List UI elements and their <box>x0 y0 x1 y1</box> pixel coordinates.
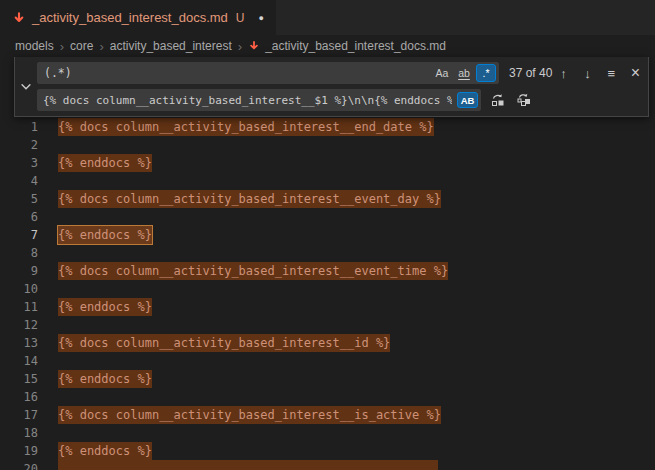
editor-tab[interactable]: _activity_based_interest_docs.md U ● <box>0 0 276 35</box>
vscode-window: _activity_based_interest_docs.md U ● mod… <box>0 0 655 470</box>
editor-line[interactable]: 20 <box>0 460 655 470</box>
replace-all-button[interactable] <box>513 89 535 111</box>
replace-input-wrap: AB <box>37 89 481 111</box>
breadcrumb: models › core › activity_based_interest … <box>0 35 655 57</box>
search-match[interactable]: {% docs column__activity_based_interest_… <box>58 118 434 136</box>
search-match[interactable]: {% enddocs %} <box>58 370 152 388</box>
breadcrumb-item-activity-based-interest[interactable]: activity_based_interest <box>110 39 232 53</box>
search-match[interactable]: {% docs column__activity_based_interest_… <box>58 190 441 208</box>
line-number: 6 <box>0 208 38 226</box>
modified-indicator-icon[interactable]: ● <box>259 13 264 23</box>
editor-line[interactable]: 18 <box>0 424 655 442</box>
match-case-toggle[interactable]: Aa <box>432 64 452 82</box>
editor-line[interactable]: 7{% enddocs %} <box>0 226 655 244</box>
find-replace-widget: Aa ab .* 37 of 40 ↑ ↓ ≡ × AB <box>14 57 649 117</box>
editor-line[interactable]: 13{% docs column__activity_based_interes… <box>0 334 655 352</box>
line-number: 20 <box>0 460 38 470</box>
file-icon <box>12 11 26 25</box>
close-find-widget-button[interactable]: × <box>624 62 646 84</box>
next-match-button[interactable]: ↓ <box>576 62 598 84</box>
line-number: 5 <box>0 190 38 208</box>
search-match[interactable]: {% enddocs %} <box>58 298 152 316</box>
editor-line[interactable]: 15{% enddocs %} <box>0 370 655 388</box>
line-number: 15 <box>0 370 38 388</box>
editor-line[interactable]: 6 <box>0 208 655 226</box>
line-number: 16 <box>0 388 38 406</box>
previous-match-button[interactable]: ↑ <box>552 62 574 84</box>
editor-line[interactable]: 1{% docs column__activity_based_interest… <box>0 118 655 136</box>
replace-buttons <box>487 89 535 111</box>
toggle-replace-chevron-icon[interactable] <box>15 61 37 112</box>
line-number: 18 <box>0 424 38 442</box>
line-number: 19 <box>0 442 38 460</box>
git-status-badge: U <box>236 11 245 25</box>
search-match[interactable]: {% docs column__activity_based_interest_… <box>58 334 390 352</box>
find-row: Aa ab .* 37 of 40 ↑ ↓ ≡ × <box>37 61 646 85</box>
search-match[interactable]: {% enddocs %} <box>58 154 152 172</box>
editor-line[interactable]: 19{% enddocs %} <box>0 442 655 460</box>
breadcrumb-separator-icon: › <box>238 39 242 54</box>
line-number: 3 <box>0 154 38 172</box>
find-input-wrap: Aa ab .* <box>37 62 499 84</box>
editor-line[interactable]: 8 <box>0 244 655 262</box>
replace-row: AB <box>37 88 646 112</box>
tab-bar: _activity_based_interest_docs.md U ● <box>0 0 655 35</box>
replace-button[interactable] <box>487 89 509 111</box>
tab-filename: _activity_based_interest_docs.md <box>32 10 228 25</box>
code-editor[interactable]: 1{% docs column__activity_based_interest… <box>0 57 655 470</box>
replace-input[interactable] <box>37 89 481 111</box>
line-number: 13 <box>0 334 38 352</box>
regex-toggle[interactable]: .* <box>476 64 496 82</box>
editor-line[interactable]: 16 <box>0 388 655 406</box>
breadcrumb-separator-icon: › <box>99 39 103 54</box>
search-match[interactable]: {% docs column__activity_based_interest_… <box>58 262 448 280</box>
breadcrumb-item-file[interactable]: _activity_based_interest_docs.md <box>248 39 446 53</box>
search-match[interactable] <box>58 460 438 470</box>
editor-line[interactable]: 11{% enddocs %} <box>0 298 655 316</box>
breadcrumb-item-models[interactable]: models <box>15 39 54 53</box>
line-number: 2 <box>0 136 38 154</box>
line-number: 1 <box>0 118 38 136</box>
line-number: 11 <box>0 298 38 316</box>
line-number: 7 <box>0 226 38 244</box>
find-toggles: Aa ab .* <box>432 64 496 82</box>
editor-line[interactable]: 17{% docs column__activity_based_interes… <box>0 406 655 424</box>
search-match[interactable]: {% enddocs %} <box>58 442 152 460</box>
editor-line[interactable]: 14 <box>0 352 655 370</box>
preserve-case-toggle[interactable]: AB <box>457 92 478 108</box>
editor-line[interactable]: 4 <box>0 172 655 190</box>
file-icon <box>248 40 260 52</box>
whole-word-toggle[interactable]: ab <box>454 64 474 82</box>
editor-line[interactable]: 2 <box>0 136 655 154</box>
line-number: 4 <box>0 172 38 190</box>
find-nav-buttons: ↑ ↓ ≡ × <box>552 62 646 84</box>
find-in-selection-button[interactable]: ≡ <box>600 62 622 84</box>
editor-line[interactable]: 12 <box>0 316 655 334</box>
line-number: 17 <box>0 406 38 424</box>
results-count: 37 of 40 <box>509 66 552 80</box>
breadcrumb-separator-icon: › <box>60 39 64 54</box>
search-match[interactable]: {% enddocs %} <box>58 226 152 244</box>
line-number: 10 <box>0 280 38 298</box>
editor-line[interactable]: 3{% enddocs %} <box>0 154 655 172</box>
line-number: 14 <box>0 352 38 370</box>
editor-line[interactable]: 9{% docs column__activity_based_interest… <box>0 262 655 280</box>
editor-line[interactable]: 5{% docs column__activity_based_interest… <box>0 190 655 208</box>
line-number: 12 <box>0 316 38 334</box>
find-input[interactable] <box>37 62 499 84</box>
breadcrumb-filename: _activity_based_interest_docs.md <box>265 39 446 53</box>
breadcrumb-item-core[interactable]: core <box>70 39 93 53</box>
search-match[interactable]: {% docs column__activity_based_interest_… <box>58 406 441 424</box>
editor-lines: 1{% docs column__activity_based_interest… <box>0 57 655 470</box>
editor-line[interactable]: 10 <box>0 280 655 298</box>
line-number: 9 <box>0 262 38 280</box>
line-number: 8 <box>0 244 38 262</box>
